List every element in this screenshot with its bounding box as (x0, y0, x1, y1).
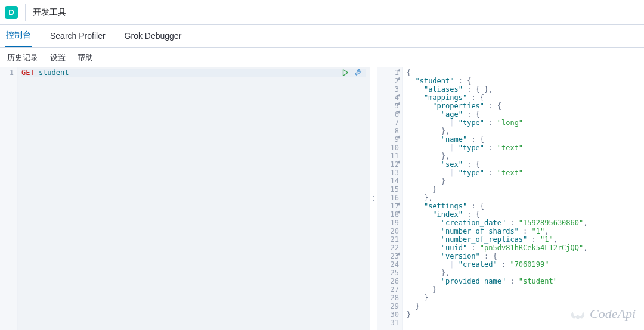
response-viewer[interactable]: { "student" : { "aliases" : { }, "mappin… (403, 67, 644, 330)
response-line: | "type" : "text" (407, 144, 640, 152)
console-subnav: 历史记录 设置 帮助 (0, 48, 644, 67)
wrench-icon[interactable] (354, 69, 363, 79)
response-line: "provided_name" : "student" (407, 277, 640, 285)
response-line: "creation_date" : "1592895630860", (407, 219, 640, 227)
response-line: "sex" : { (407, 160, 640, 169)
response-line: }, (407, 152, 640, 160)
breadcrumb[interactable]: 开发工具 (33, 7, 66, 18)
response-line: | "type" : "text" (407, 169, 640, 177)
response-line: } (407, 294, 640, 302)
response-line: "name" : { (407, 135, 640, 144)
response-line: { (407, 69, 640, 77)
editor-actions (341, 69, 363, 79)
response-line: "age" : { (407, 110, 640, 119)
response-line: } (407, 285, 640, 294)
subnav-history[interactable]: 历史记录 (7, 52, 38, 63)
tab-控制台[interactable]: 控制台 (5, 24, 32, 47)
app-badge: D (5, 6, 18, 19)
request-gutter: 1 (0, 67, 18, 330)
response-line: } (407, 310, 640, 319)
app-header: D 开发工具 (0, 0, 644, 25)
response-pane: 1234567891011121314151617181920212223242… (377, 67, 644, 330)
response-line: "mappings" : { (407, 94, 640, 102)
divider (25, 4, 26, 21)
response-line (407, 319, 640, 327)
response-line: "aliases" : { }, (407, 85, 640, 94)
response-line: } (407, 177, 640, 185)
response-line: "number_of_shards" : "1", (407, 227, 640, 235)
tabs: 控制台Search ProfilerGrok Debugger (0, 25, 644, 48)
response-line: "properties" : { (407, 102, 640, 110)
request-editor[interactable]: GET student (18, 67, 370, 330)
response-line: | "created" : "7060199" (407, 260, 640, 269)
response-gutter: 1234567891011121314151617181920212223242… (377, 67, 403, 330)
response-line: "settings" : { (407, 202, 640, 210)
response-line: "index" : { (407, 210, 640, 219)
console-panes: 1 GET student ⋮ 123456789101112131415161… (0, 67, 644, 330)
request-pane: 1 GET student (0, 67, 370, 330)
response-line: | "type" : "long" (407, 119, 640, 127)
response-line: "number_of_replicas" : "1", (407, 235, 640, 244)
response-line: }, (407, 269, 640, 277)
response-line: } (407, 302, 640, 310)
request-line[interactable]: GET student (21, 69, 366, 77)
run-icon[interactable] (341, 69, 349, 79)
subnav-help[interactable]: 帮助 (78, 52, 93, 63)
response-line: }, (407, 127, 640, 135)
tab-grok-debugger[interactable]: Grok Debugger (123, 25, 183, 47)
subnav-settings[interactable]: 设置 (50, 52, 66, 63)
response-line: "student" : { (407, 77, 640, 85)
resize-handle[interactable]: ⋮ (370, 67, 377, 330)
response-line: }, (407, 194, 640, 202)
response-line: "version" : { (407, 252, 640, 260)
response-line: } (407, 185, 640, 194)
tab-search-profiler[interactable]: Search Profiler (49, 25, 107, 47)
response-line: "uuid" : "pn5dv81hRCek54L12rCjQQ", (407, 244, 640, 252)
